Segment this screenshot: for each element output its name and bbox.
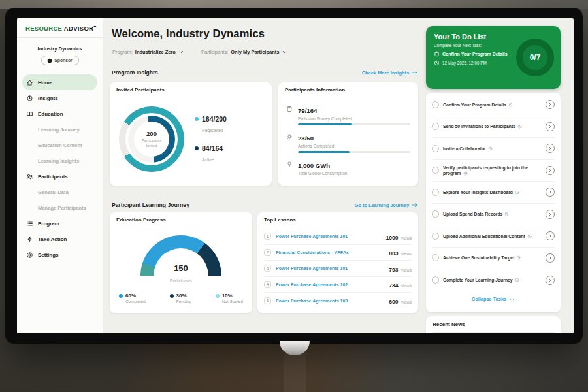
todo-progress-ring: 0/7 [516,39,554,76]
participants-information-card: Participants Information 79/164 Emission… [278,82,418,186]
task-clock-icon [488,146,493,151]
legend-pct: 10% [222,293,233,299]
arrow-right-icon [412,69,418,76]
task-row[interactable]: Upload Additional Educational Content [432,225,555,248]
task-row[interactable]: Verify participants requesting to join t… [432,160,555,182]
check-more-insights-link[interactable]: Check More Insights [362,69,418,76]
todo-counter: 0/7 [530,53,541,62]
task-checkbox[interactable] [432,123,439,130]
sidebar-item-label: Learning Journey [38,127,80,133]
task-row[interactable]: Send 50 Invitations to Participants [432,116,555,139]
sidebar-item[interactable]: Education Content [22,137,97,153]
info-label: Total Global Consumption [298,171,410,176]
task-chevron-button[interactable] [546,231,555,240]
task-chevron-button[interactable] [546,100,555,109]
task-row[interactable]: Explore Your Insights Dashboard [432,182,555,204]
task-checkbox[interactable] [432,145,439,152]
task-checkbox[interactable] [432,254,439,261]
task-row[interactable]: Complete Your Learning Journey [432,269,555,291]
lesson-link[interactable]: Power Purchase Agreements 101 [276,266,389,270]
info-value: 1,000 GWh [298,162,330,169]
lesson-rank: 5 [264,297,271,304]
sidebar-divider [17,37,103,38]
donut-legend: 164/200 Registered 84/164 Active [195,115,227,164]
sidebar-item[interactable]: Learning Journey [22,122,97,137]
task-row[interactable]: Confirm Your Program Details [432,94,555,116]
legend-label: Completed [125,299,146,304]
task-checkbox[interactable] [432,167,439,174]
sidebar-item-label: Education [38,111,63,117]
info-row: 79/164 Emission Survey Completed [286,104,410,125]
sidebar-item[interactable]: Manage Participants [22,200,97,216]
participants-filter-label: Participants: [201,49,228,55]
arrow-right-icon [412,202,418,208]
legend-dot [216,294,220,298]
task-chevron-button[interactable] [546,253,555,263]
task-clock-icon [527,234,532,238]
sidebar-item-label: Home [38,80,52,86]
sidebar-item[interactable]: Participants [22,169,97,184]
task-checkbox[interactable] [432,101,439,108]
lesson-row: 2 Financial Considerations - VPPAs 803 v… [264,245,412,261]
task-clock-icon [515,278,519,282]
lesson-link[interactable]: Financial Considerations - VPPAs [276,250,389,255]
sidebar-item[interactable]: Settings [22,247,97,263]
sidebar-item-icon [26,110,33,118]
sidebar-item-label: Manage Participants [38,205,86,211]
brand-primary: RESOURCE [25,25,62,32]
sidebar-item[interactable]: Home [22,74,97,90]
go-to-learning-journey-link[interactable]: Go to Learning Journey [355,202,418,208]
org-name: Industry Dynamics [17,46,103,52]
sidebar-item-icon [26,220,33,227]
sidebar-item[interactable]: General Data [22,184,97,200]
task-checkbox[interactable] [432,276,439,284]
top-lessons-title: Top Lessons [257,212,418,227]
participants-filter[interactable]: Participants: Only My Participants [201,49,287,55]
legend-dot [119,294,123,298]
task-chevron-button[interactable] [546,210,555,219]
legend-dot [170,294,174,298]
task-chevron-button[interactable] [546,276,555,285]
lesson-link[interactable]: Power Purchase Agreements 101 [276,234,385,238]
lesson-row: 1 Power Purchase Agreements 101 1000 vie… [264,229,412,245]
program-filter-label: Program: [112,49,133,55]
task-checkbox[interactable] [432,189,439,196]
sidebar-item[interactable]: Education [22,106,97,122]
sidebar-item-label: Take Action [38,237,67,242]
sidebar-item-label: General Data [38,189,69,195]
legend-dot [195,117,199,121]
recent-news-card: Recent News [426,316,561,333]
todo-next-task: Confirm Your Program Details [434,51,511,57]
task-chevron-button[interactable] [546,166,555,175]
chevron-down-icon [282,49,287,55]
legend-dot [195,146,199,150]
task-checkbox[interactable] [432,233,439,240]
sidebar-item[interactable]: Learning Insights [22,153,97,169]
task-chevron-button[interactable] [546,122,555,131]
legend-label: Not Started [222,299,243,304]
lesson-link[interactable]: Power Purchase Agreements 103 [276,299,389,303]
task-row[interactable]: Invite a Collaborator [432,138,555,160]
lesson-views: 1000 views [385,231,412,242]
task-row[interactable]: Achieve One Sustainability Target [432,248,555,270]
task-chevron-button[interactable] [546,144,555,153]
collapse-tasks-link[interactable]: Collapse Tasks [432,291,555,306]
participants-info-title: Participants Information [278,82,418,97]
filters-row: Program: Industrialize Zero Participants… [112,49,287,55]
sidebar-item[interactable]: Program [22,216,97,231]
task-row[interactable]: Upload Spend Data Records [432,204,555,226]
brand-secondary: ADVISOR [64,25,93,32]
chevron-up-icon [509,296,515,302]
sidebar-item[interactable]: Insights [22,90,97,106]
invited-card-title: Invited Participants [110,82,272,97]
legend-value: 84/164 [202,144,223,152]
sidebar-item[interactable]: Take Action [22,231,97,247]
lesson-views: 600 views [389,295,412,306]
legend-pct: 60% [125,293,136,299]
clock-icon [434,60,440,66]
task-checkbox[interactable] [432,210,439,218]
lesson-link[interactable]: Power Purchase Agreements 102 [276,282,389,287]
task-chevron-button[interactable] [546,188,555,197]
program-filter[interactable]: Program: Industrialize Zero [112,49,184,55]
lesson-row: 5 Power Purchase Agreements 103 600 view… [264,293,412,309]
